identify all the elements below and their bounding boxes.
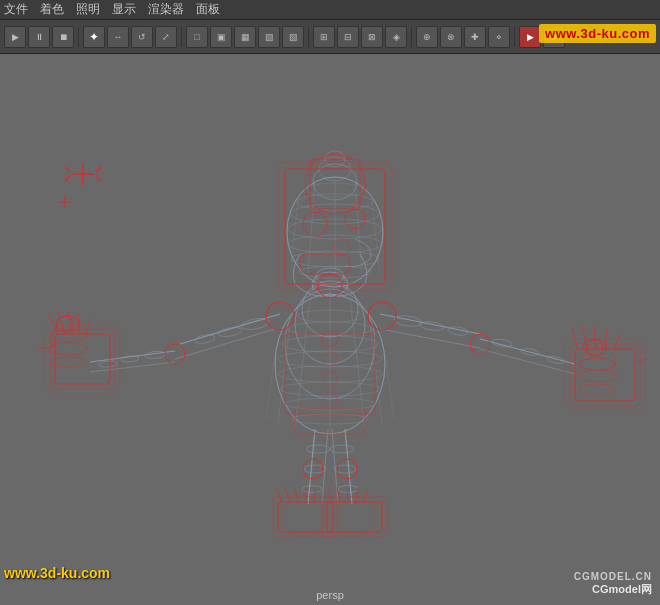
menu-lighting[interactable]: 照明 — [76, 1, 100, 18]
toolbar-btn-5[interactable]: □ — [186, 26, 208, 48]
toolbar-btn-7[interactable]: ▦ — [234, 26, 256, 48]
toolbar: ▶ ⏸ ⏹ ✦ ↔ ↺ ⤢ □ ▣ ▦ ▧ ▨ ⊞ ⊟ ⊠ ◈ ⊕ ⊗ ✚ ⋄ … — [0, 20, 660, 54]
character-wireframe — [0, 54, 660, 605]
toolbar-btn-snap[interactable]: ⊗ — [440, 26, 462, 48]
menu-shading[interactable]: 着色 — [40, 1, 64, 18]
toolbar-sep-2 — [181, 27, 182, 47]
logo-cgmodel-cn: CGMODEL.CN — [574, 571, 652, 582]
menu-renderer[interactable]: 渲染器 — [148, 1, 184, 18]
toolbar-btn-11[interactable]: ⊟ — [337, 26, 359, 48]
logo-bottom-right: CGMODEL.CN CGmodel网 — [574, 571, 652, 597]
menu-file[interactable]: 文件 — [4, 1, 28, 18]
persp-label: persp — [316, 589, 344, 601]
toolbar-btn-15[interactable]: ⋄ — [488, 26, 510, 48]
menu-bar: 文件 着色 照明 显示 渲染器 面板 — [0, 0, 660, 20]
toolbar-btn-10[interactable]: ⊞ — [313, 26, 335, 48]
toolbar-btn-rotate[interactable]: ↺ — [131, 26, 153, 48]
toolbar-btn-8[interactable]: ▧ — [258, 26, 280, 48]
toolbar-btn-select[interactable]: ✦ — [83, 26, 105, 48]
toolbar-btn-1[interactable]: ▶ — [4, 26, 26, 48]
toolbar-sep-1 — [78, 27, 79, 47]
watermark-top-right: www.3d-ku.com — [539, 24, 656, 43]
watermark-bottom-left: www.3d-ku.com — [4, 565, 110, 581]
toolbar-sep-4 — [411, 27, 412, 47]
toolbar-btn-scale[interactable]: ⤢ — [155, 26, 177, 48]
toolbar-btn-2[interactable]: ⏸ — [28, 26, 50, 48]
toolbar-btn-9[interactable]: ▨ — [282, 26, 304, 48]
toolbar-sep-5 — [514, 27, 515, 47]
toolbar-btn-12[interactable]: ⊠ — [361, 26, 383, 48]
logo-cgmodel-text: CGmodel网 — [592, 582, 652, 597]
toolbar-btn-14[interactable]: ✚ — [464, 26, 486, 48]
toolbar-btn-move[interactable]: ↔ — [107, 26, 129, 48]
toolbar-btn-13[interactable]: ◈ — [385, 26, 407, 48]
menu-panel[interactable]: 面板 — [196, 1, 220, 18]
toolbar-btn-render[interactable]: ▶ — [519, 26, 541, 48]
toolbar-btn-3[interactable]: ⏹ — [52, 26, 74, 48]
menu-display[interactable]: 显示 — [112, 1, 136, 18]
toolbar-sep-3 — [308, 27, 309, 47]
viewport[interactable]: www.3d-ku.com persp CGMODEL.CN CGmodel网 — [0, 54, 660, 605]
toolbar-btn-6[interactable]: ▣ — [210, 26, 232, 48]
toolbar-btn-magnet[interactable]: ⊕ — [416, 26, 438, 48]
